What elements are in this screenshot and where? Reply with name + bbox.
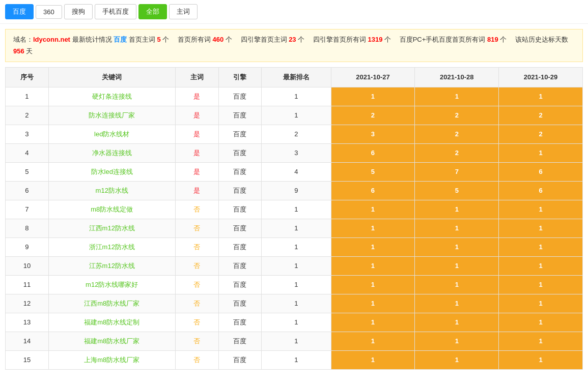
cell-rank: 4 [262,162,331,181]
cell-id: 9 [6,237,49,256]
col-latest-rank: 最新排名 [262,67,331,87]
cell-d1: 3 [331,125,415,143]
cell-d1: 1 [331,294,415,313]
cell-d1: 5 [331,162,415,181]
cell-keyword[interactable]: 江西m8防水线厂家 [48,294,175,313]
cell-keyword[interactable]: m12防水线 [48,181,175,200]
table-row: 8 江西m12防水线 否 百度 1 1 1 1 [6,219,583,237]
domain-label: 域名： [13,36,33,43]
cell-rank: 1 [262,256,331,275]
table-row: 12 江西m8防水线厂家 否 百度 1 1 1 1 [6,294,583,313]
cell-keyword[interactable]: 防水led连接线 [48,162,175,181]
cell-d1: 1 [331,237,415,256]
cell-d3: 2 [499,125,583,143]
cell-id: 14 [6,332,49,350]
cell-engine: 百度 [218,87,262,106]
stats-v6: 956 [13,47,24,55]
cell-d3: 6 [499,181,583,200]
cell-keyword[interactable]: 江苏m12防水线 [48,256,175,275]
stats-bar: 域名：ldyconn.net 最新统计情况 百度 首页主词 5 个 首页所有词 … [5,29,583,62]
cell-keyword[interactable]: 浙江m12防水线 [48,237,175,256]
cell-zhucí: 是 [175,162,218,181]
stats-unit2: 个 [226,36,239,43]
cell-d3: 1 [499,332,583,350]
table-row: 6 m12防水线 是 百度 9 6 5 6 [6,181,583,200]
cell-id: 8 [6,219,49,237]
cell-d2: 1 [415,332,499,350]
cell-d3: 2 [499,106,583,125]
cell-rank: 3 [262,143,331,162]
cell-keyword[interactable]: 上海m8防水线厂家 [48,350,175,369]
cell-engine: 百度 [218,275,262,294]
cell-engine: 百度 [218,313,262,332]
cell-id: 11 [6,275,49,294]
cell-engine: 百度 [218,143,262,162]
cell-keyword[interactable]: led防水线材 [48,125,175,143]
domain-value: ldyconn.net [33,36,70,43]
table-row: 3 led防水线材 是 百度 2 3 2 2 [6,125,583,143]
stats-unit3: 个 [298,36,311,43]
cell-engine: 百度 [218,162,262,181]
cell-zhucí: 是 [175,143,218,162]
tab-sogou[interactable]: 搜狗 [64,4,93,19]
stats-unit4: 个 [384,36,398,43]
cell-keyword[interactable]: 福建m8防水线定制 [48,313,175,332]
cell-id: 3 [6,125,49,143]
cell-d3: 1 [499,313,583,332]
stats-t1: 首页主词 [129,36,157,43]
cell-rank: 1 [262,275,331,294]
cell-d1: 1 [331,256,415,275]
cell-d2: 1 [415,294,499,313]
cell-d2: 7 [415,162,499,181]
cell-d3: 1 [499,294,583,313]
cell-d2: 1 [415,200,499,219]
tab-baidu[interactable]: 百度 [5,4,34,19]
cell-d2: 1 [415,256,499,275]
cell-id: 7 [6,200,49,219]
table-row: 11 m12防水线哪家好 否 百度 1 1 1 1 [6,275,583,294]
cell-rank: 1 [262,332,331,350]
cell-rank: 1 [262,350,331,369]
stats-t4: 四引擎首页所有词 [313,36,368,43]
cell-rank: 1 [262,219,331,237]
cell-zhucí: 否 [175,237,218,256]
cell-engine: 百度 [218,200,262,219]
col-engine: 引擎 [218,67,262,87]
stats-label1: 最新统计情况 [72,36,114,43]
cell-zhucí: 否 [175,350,218,369]
tab-zhucí[interactable]: 主词 [169,4,198,19]
stats-t3: 四引擎首页主词 [241,36,289,43]
table-row: 1 硬灯条连接线 是 百度 1 1 1 1 [6,87,583,106]
col-date1: 2021-10-27 [331,67,415,87]
stats-v3: 23 [289,36,296,43]
cell-id: 4 [6,143,49,162]
cell-keyword[interactable]: 硬灯条连接线 [48,87,175,106]
col-date3: 2021-10-29 [499,67,583,87]
cell-keyword[interactable]: 防水连接线厂家 [48,106,175,125]
cell-rank: 2 [262,125,331,143]
data-table-wrap: 序号 关键词 主词 引擎 最新排名 2021-10-27 2021-10-28 … [5,67,583,370]
cell-engine: 百度 [218,294,262,313]
cell-id: 5 [6,162,49,181]
cell-rank: 1 [262,313,331,332]
tab-all[interactable]: 全部 [138,4,167,19]
cell-engine: 百度 [218,181,262,200]
cell-d2: 5 [415,181,499,200]
tab-360[interactable]: 360 [36,5,62,19]
tab-mobile-baidu[interactable]: 手机百度 [95,4,136,19]
stats-unit5: 个 [500,36,513,43]
cell-keyword[interactable]: m8防水线定做 [48,200,175,219]
cell-keyword[interactable]: 江西m12防水线 [48,219,175,237]
cell-d1: 1 [331,87,415,106]
cell-d1: 1 [331,275,415,294]
cell-keyword[interactable]: 净水器连接线 [48,143,175,162]
cell-keyword[interactable]: 福建m8防水线厂家 [48,332,175,350]
cell-d1: 6 [331,143,415,162]
col-id: 序号 [6,67,49,87]
cell-keyword[interactable]: m12防水线哪家好 [48,275,175,294]
cell-engine: 百度 [218,125,262,143]
cell-zhucí: 否 [175,275,218,294]
cell-d1: 1 [331,200,415,219]
stats-t2: 首页所有词 [178,36,213,43]
cell-rank: 1 [262,294,331,313]
